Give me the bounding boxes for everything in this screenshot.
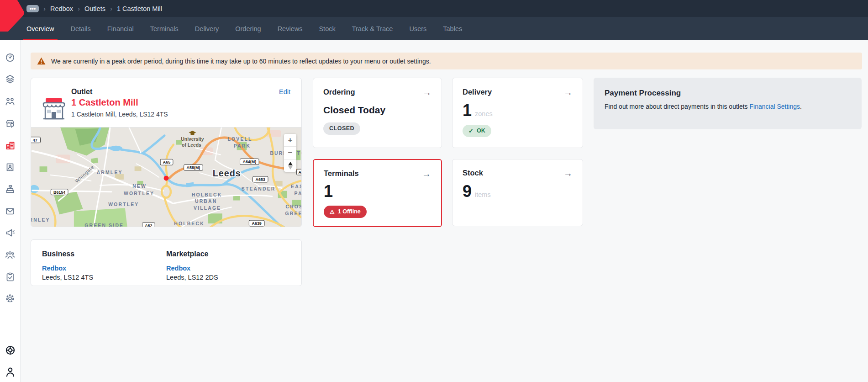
outlet-map-marker[interactable] [164,176,169,181]
payment-processing-card: Payment Processing Find out more about d… [594,78,862,129]
map-label: VILLAGE [194,206,221,211]
menus-layers-icon[interactable] [0,70,20,88]
marketplace-redbox-link[interactable]: Redbox [166,265,290,272]
arrow-right-icon[interactable]: → [422,169,431,178]
map[interactable]: ARMLEY NEW WORTLEY WORTLEY GREEN SIDE RN… [31,127,301,227]
delivery-zone-count: 1 [463,102,472,119]
tab-overview[interactable]: Overview [26,17,54,40]
tab-reviews[interactable]: Reviews [278,17,303,40]
map-label: GREEN [285,211,302,216]
payment-description: Find out more about direct payments in t… [605,103,851,110]
check-icon: ✓ [468,128,473,134]
outlet-address: 1 Castleton Mill, Leeds, LS12 4TS [71,111,168,118]
svg-text:A62: A62 [145,223,152,227]
stock-unit: items [475,191,491,198]
svg-text:A639: A639 [252,221,262,226]
svg-text:B6154: B6154 [53,190,65,195]
ordering-card[interactable]: Ordering → Closed Today CLOSED [313,78,442,148]
sidebar [0,40,21,382]
help-lifebuoy-icon[interactable] [0,341,20,359]
payment-text: Find out more about direct payments in t… [605,103,750,110]
breadcrumb-item-redbox[interactable]: Redbox [50,5,73,12]
messages-mail-icon[interactable] [0,202,20,220]
customers-users-icon[interactable] [0,92,20,111]
business-marketplace-card: Business Redbox Leeds, LS12 4TS Marketpl… [31,239,302,286]
tab-terminals[interactable]: Terminals [150,17,179,40]
terminals-offline-badge: ⚠ 1 Offline [324,206,367,218]
account-person-icon[interactable] [0,362,20,381]
business-redbox-link[interactable]: Redbox [42,265,166,272]
map-label: LOVELL [227,137,252,142]
till-register-icon[interactable] [0,180,20,198]
outlet-card-label: Outlet [71,88,168,96]
stock-card[interactable]: Stock → 9 items [452,159,583,226]
delivery-card[interactable]: Delivery → 1 zones ✓ OK [452,78,583,148]
map-city-label: Leeds [213,168,241,178]
outlet-card: Outlet 1 Castleton Mill 1 Castleton Mill… [31,78,302,227]
outlets-buildings-icon[interactable] [0,136,20,154]
settings-gear-icon[interactable] [0,289,20,308]
chevron-right-icon: › [43,5,46,12]
banner-text: We are currently in a peak order period,… [51,58,431,65]
breadcrumb-item-current: 1 Castleton Mill [117,5,162,12]
stock-card-title: Stock [463,169,483,177]
map-compass-button[interactable] [284,159,296,172]
payment-text-end: . [800,103,802,110]
tab-details[interactable]: Details [70,17,90,40]
svg-text:A65: A65 [163,160,170,164]
map-poi-label: University [181,137,204,142]
map-label: WORTLEY [108,202,139,207]
warning-triangle-icon [37,57,46,65]
chevron-right-icon: › [78,5,80,12]
delivery-ok-badge: ✓ OK [463,125,491,137]
map-controls: + − [284,134,296,172]
teams-people-icon[interactable] [0,246,20,264]
tab-tables[interactable]: Tables [443,17,462,40]
outlet-info: Outlet 1 Castleton Mill 1 Castleton Mill… [31,78,301,127]
map-label: EAST [291,184,302,189]
orders-receipt-icon[interactable] [0,158,20,176]
marketplace-address: Leeds, LS12 2DS [166,274,290,281]
map-label: STEANDER [242,186,276,191]
svg-text:A653: A653 [255,177,265,182]
map-label: URBAN [195,199,217,204]
tab-delivery[interactable]: Delivery [195,17,219,40]
storefront-icon [41,96,67,123]
map-zoom-out-button[interactable]: − [284,147,296,159]
delivery-card-title: Delivery [463,88,492,96]
chevron-right-icon: › [110,5,112,12]
reports-clipboard-icon[interactable] [0,268,20,286]
map-label: WORTLEY [124,191,154,196]
ordering-card-title: Ordering [323,88,355,96]
tab-financial[interactable]: Financial [107,17,134,40]
tab-stock[interactable]: Stock [319,17,335,40]
marketplace-title: Marketplace [166,250,290,258]
terminals-card[interactable]: Terminals → 1 ⚠ 1 Offline [313,159,442,227]
redbox-logo [0,0,26,34]
map-canvas: ARMLEY NEW WORTLEY WORTLEY GREEN SIDE RN… [31,127,302,227]
tab-track-trace[interactable]: Track & Trace [352,17,393,40]
outlet-name: 1 Castleton Mill [71,97,168,108]
financial-settings-link[interactable]: Financial Settings [750,103,800,110]
arrow-right-icon[interactable]: → [563,169,573,178]
arrow-right-icon[interactable]: → [563,88,573,97]
arrow-right-icon[interactable]: → [422,88,431,97]
peak-period-banner: We are currently in a peak order period,… [31,53,862,69]
breadcrumb-menu-button[interactable]: ••• [26,5,39,12]
tab-ordering[interactable]: Ordering [235,17,261,40]
business-column: Business Redbox Leeds, LS12 4TS [42,250,166,276]
delivery-zone-unit: zones [475,110,493,117]
map-label: CROSS [285,204,302,209]
compass-south-icon [288,166,293,170]
map-label: PARK [295,191,302,196]
tab-users[interactable]: Users [409,17,426,40]
marketing-megaphone-icon[interactable] [0,223,20,242]
map-zoom-in-button[interactable]: + [284,134,296,147]
breadcrumb-item-outlets[interactable]: Outlets [84,5,105,12]
terminals-count: 1 [324,182,333,201]
marketplace-store-icon[interactable] [0,114,20,133]
dashboard-gauge-icon[interactable] [0,48,20,67]
svg-text:A64(M): A64(M) [242,159,256,164]
marketplace-column: Marketplace Redbox Leeds, LS12 2DS [166,250,290,276]
edit-outlet-link[interactable]: Edit [279,88,290,96]
